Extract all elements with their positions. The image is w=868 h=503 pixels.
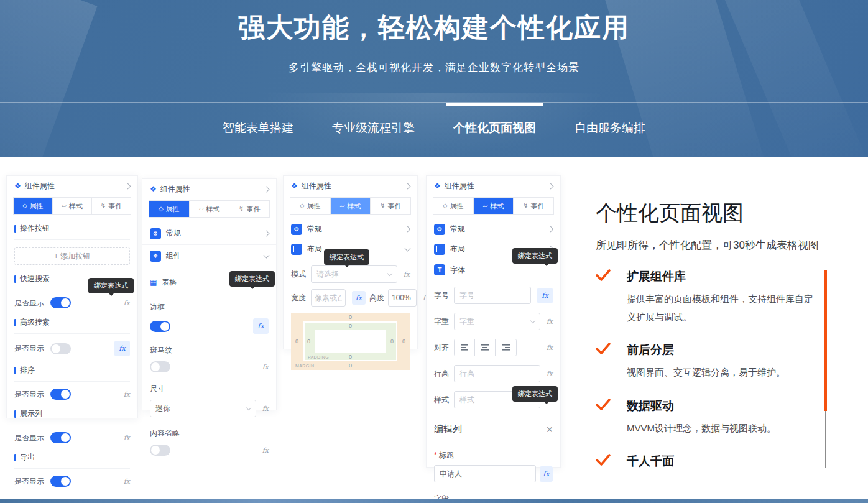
tab-label: 事件: [387, 201, 401, 211]
chevron-down-icon[interactable]: [405, 245, 411, 251]
zebra-control-row: fx: [150, 361, 269, 372]
padding-bottom-value[interactable]: 0: [349, 354, 352, 360]
margin-right-value[interactable]: 0: [402, 338, 405, 344]
feature-description: 个性化页面视图 所见即所得，个性化配置，可30秒生成表格视图 扩展组件库 提供丰…: [596, 199, 832, 474]
fx-bind-button[interactable]: fx: [262, 363, 269, 371]
chevron-right-icon[interactable]: [548, 183, 554, 189]
zebra-toggle[interactable]: [150, 361, 170, 372]
chevron-right-icon[interactable]: [264, 231, 270, 237]
advanced-search-toggle[interactable]: [50, 343, 71, 354]
tab-smart-form[interactable]: 智能表单搭建: [221, 120, 295, 136]
carousel-progress-thumb[interactable]: [824, 270, 827, 411]
font-weight-select[interactable]: 字重: [454, 313, 540, 330]
fx-bind-button[interactable]: fx: [124, 434, 130, 442]
columns-visible-row: 是否显示 fx: [14, 432, 130, 443]
tab-style[interactable]: ▱ 样式: [190, 201, 230, 217]
collapse-component[interactable]: ❖ 组件: [142, 245, 276, 267]
chevron-right-icon[interactable]: [405, 226, 411, 233]
align-left-button[interactable]: [455, 339, 475, 356]
align-center-button[interactable]: [475, 339, 496, 356]
fx-bind-button-active[interactable]: fx: [253, 318, 269, 334]
tab-events[interactable]: ↯ 事件: [371, 198, 410, 214]
mode-row: 模式 请选择 fx: [291, 265, 410, 283]
fx-bind-button[interactable]: fx: [124, 299, 130, 307]
tab-process-engine[interactable]: 专业级流程引擎: [331, 120, 416, 136]
component-icon: ❖: [150, 185, 157, 193]
bind-expression-tooltip: 绑定表达式: [324, 249, 369, 265]
show-label: 是否显示: [14, 389, 44, 400]
title-input-row: fx: [434, 465, 553, 482]
chevron-down-icon: [246, 405, 251, 410]
fx-bind-button[interactable]: fx: [547, 370, 553, 378]
tab-personalized-view[interactable]: 个性化页面视图: [452, 120, 537, 136]
required-mark: *: [434, 451, 437, 459]
tab-events[interactable]: ↯ 事件: [514, 198, 553, 214]
ellipsis-toggle[interactable]: [150, 445, 170, 456]
columns-toggle[interactable]: [50, 432, 71, 443]
tab-properties[interactable]: ◇ 属性: [433, 198, 474, 214]
quick-search-toggle[interactable]: [50, 297, 71, 308]
fx-bind-button[interactable]: fx: [124, 390, 130, 399]
font-size-row: 字号 fx: [434, 287, 553, 304]
tab-properties[interactable]: ◇ 属性: [290, 198, 331, 214]
fx-bind-button[interactable]: fx: [547, 318, 553, 326]
border-toggle[interactable]: [150, 321, 170, 332]
padding-right-value[interactable]: 0: [390, 338, 394, 344]
export-toggle[interactable]: [50, 476, 71, 487]
font-size-input[interactable]: [454, 287, 531, 304]
chevron-down-icon[interactable]: [264, 252, 270, 258]
fx-bind-button[interactable]: fx: [262, 446, 269, 455]
mode-select[interactable]: 请选择: [311, 265, 397, 283]
chevron-right-icon[interactable]: [264, 186, 270, 192]
fx-bind-button-active[interactable]: fx: [114, 341, 130, 356]
style-icon: ▱: [483, 203, 488, 209]
tab-style[interactable]: ▱ 样式: [474, 198, 514, 214]
close-icon[interactable]: ×: [546, 424, 553, 435]
width-input[interactable]: [311, 289, 346, 307]
gear-icon: ⚙: [150, 228, 161, 239]
fx-bind-button[interactable]: fx: [124, 478, 130, 486]
fx-bind-button[interactable]: fx: [262, 405, 269, 413]
tab-style[interactable]: ▱ 样式: [331, 198, 371, 214]
tab-label: 事件: [108, 201, 122, 211]
fx-bind-button-active[interactable]: fx: [540, 466, 553, 482]
tab-style[interactable]: ▱ 样式: [53, 198, 92, 214]
chevron-right-icon[interactable]: [548, 226, 554, 233]
align-right-button[interactable]: [496, 339, 516, 356]
line-height-input[interactable]: [454, 365, 540, 382]
chevron-right-icon[interactable]: [405, 183, 411, 189]
height-input[interactable]: [388, 289, 417, 307]
feature-item-title: 千人千面: [627, 453, 674, 469]
collapse-general[interactable]: ⚙ 常规: [427, 219, 560, 239]
section-marker: [14, 319, 16, 326]
sort-toggle[interactable]: [50, 389, 71, 400]
tab-events[interactable]: ↯ 事件: [229, 201, 269, 217]
tab-properties[interactable]: ◇ 属性: [149, 201, 190, 217]
padding-left-value[interactable]: 0: [307, 338, 310, 344]
fx-bind-button[interactable]: fx: [547, 344, 553, 352]
tab-events[interactable]: ↯ 事件: [92, 198, 131, 214]
carousel-progress-track: [825, 411, 826, 468]
chevron-right-icon[interactable]: [125, 183, 131, 189]
size-select[interactable]: 迷你: [150, 400, 256, 417]
collapse-general[interactable]: ⚙ 常规: [142, 223, 276, 245]
tab-properties[interactable]: ◇ 属性: [14, 198, 53, 214]
margin-bottom-value[interactable]: 0: [349, 362, 352, 369]
section-marker: [14, 225, 16, 233]
section-label: 导出: [20, 452, 35, 463]
size-select-value: 迷你: [155, 404, 170, 414]
title-input[interactable]: [434, 465, 536, 482]
chevron-down-icon: [530, 318, 535, 323]
fx-bind-button[interactable]: fx: [404, 270, 410, 279]
margin-left-value[interactable]: 0: [295, 338, 298, 344]
add-button[interactable]: + 添加按钮: [14, 247, 130, 265]
tab-service-orchestration[interactable]: 自由服务编排: [573, 120, 647, 136]
padding-top-value[interactable]: 0: [349, 323, 352, 329]
check-icon: [596, 269, 627, 284]
component-icon: ❖: [434, 182, 441, 190]
export-visible-row: 是否显示 fx: [14, 476, 130, 487]
collapse-general[interactable]: ⚙ 常规: [284, 219, 417, 239]
fx-bind-button-active[interactable]: fx: [537, 288, 553, 303]
margin-top-value[interactable]: 0: [349, 314, 352, 320]
fx-bind-button-active[interactable]: fx: [352, 291, 366, 305]
